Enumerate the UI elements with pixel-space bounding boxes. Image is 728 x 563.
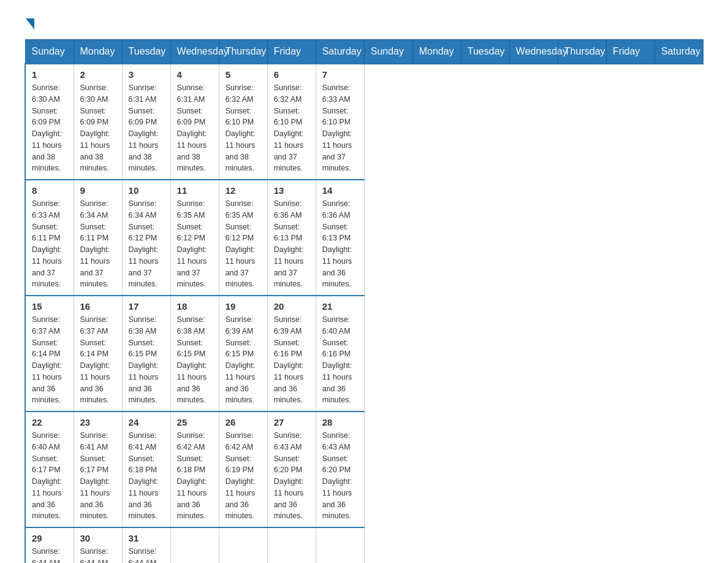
day-number: 17: [129, 301, 164, 312]
calendar-cell: 26 Sunrise: 6:42 AM Sunset: 6:19 PM Dayl…: [219, 412, 267, 527]
day-number: 23: [80, 417, 116, 427]
day-number: 18: [177, 301, 213, 312]
day-info: Sunrise: 6:36 AM Sunset: 6:13 PM Dayligh…: [274, 198, 309, 290]
calendar-cell: 15 Sunrise: 6:37 AM Sunset: 6:14 PM Dayl…: [25, 296, 74, 412]
day-info: Sunrise: 6:40 AM Sunset: 6:17 PM Dayligh…: [32, 430, 67, 522]
day-info: Sunrise: 6:44 AM Sunset: 6:21 PM Dayligh…: [80, 546, 116, 563]
day-number: 20: [274, 301, 309, 312]
calendar-cell: 6 Sunrise: 6:32 AM Sunset: 6:10 PM Dayli…: [267, 64, 316, 180]
logo-arrow-icon: [26, 18, 34, 29]
calendar-cell: 4 Sunrise: 6:31 AM Sunset: 6:09 PM Dayli…: [170, 64, 219, 180]
day-info: Sunrise: 6:39 AM Sunset: 6:16 PM Dayligh…: [274, 314, 309, 406]
header-friday: Friday: [606, 40, 654, 64]
calendar-cell: 1 Sunrise: 6:30 AM Sunset: 6:09 PM Dayli…: [25, 64, 74, 180]
day-info: Sunrise: 6:43 AM Sunset: 6:20 PM Dayligh…: [274, 430, 309, 522]
header-monday: Monday: [412, 40, 461, 64]
day-number: 1: [32, 69, 67, 80]
header-monday: Monday: [74, 40, 122, 64]
calendar-week-row: 1 Sunrise: 6:30 AM Sunset: 6:09 PM Dayli…: [25, 64, 703, 180]
calendar-table: SundayMondayTuesdayWednesdayThursdayFrid…: [25, 39, 703, 563]
day-number: 27: [274, 417, 309, 427]
day-info: Sunrise: 6:35 AM Sunset: 6:12 PM Dayligh…: [177, 198, 213, 290]
day-number: 31: [129, 533, 164, 543]
day-info: Sunrise: 6:41 AM Sunset: 6:17 PM Dayligh…: [80, 430, 116, 522]
page-header: [25, 18, 703, 27]
calendar-cell: 19 Sunrise: 6:39 AM Sunset: 6:15 PM Dayl…: [219, 296, 267, 412]
header-friday: Friday: [267, 40, 316, 64]
day-number: 24: [129, 417, 164, 427]
calendar-cell: 8 Sunrise: 6:33 AM Sunset: 6:11 PM Dayli…: [25, 180, 74, 296]
day-number: 21: [322, 301, 358, 312]
day-number: 6: [274, 69, 309, 80]
calendar-cell: 22 Sunrise: 6:40 AM Sunset: 6:17 PM Dayl…: [25, 412, 74, 527]
day-info: Sunrise: 6:31 AM Sunset: 6:09 PM Dayligh…: [177, 82, 213, 174]
day-info: Sunrise: 6:30 AM Sunset: 6:09 PM Dayligh…: [80, 82, 116, 174]
calendar-cell: 29 Sunrise: 6:44 AM Sunset: 6:21 PM Dayl…: [25, 527, 74, 563]
day-info: Sunrise: 6:42 AM Sunset: 6:19 PM Dayligh…: [226, 430, 261, 522]
day-number: 11: [177, 185, 213, 196]
day-number: 15: [32, 301, 67, 312]
header-wednesday: Wednesday: [170, 40, 219, 64]
day-info: Sunrise: 6:33 AM Sunset: 6:10 PM Dayligh…: [322, 82, 358, 174]
day-number: 25: [177, 417, 213, 427]
calendar-week-row: 15 Sunrise: 6:37 AM Sunset: 6:14 PM Dayl…: [25, 296, 703, 412]
calendar-cell: [316, 527, 364, 563]
header-saturday: Saturday: [316, 40, 364, 64]
calendar-cell: 25 Sunrise: 6:42 AM Sunset: 6:18 PM Dayl…: [170, 412, 219, 527]
day-info: Sunrise: 6:31 AM Sunset: 6:09 PM Dayligh…: [129, 82, 164, 174]
calendar-cell: 17 Sunrise: 6:38 AM Sunset: 6:15 PM Dayl…: [122, 296, 170, 412]
day-info: Sunrise: 6:37 AM Sunset: 6:14 PM Dayligh…: [80, 314, 116, 406]
calendar-cell: 31 Sunrise: 6:44 AM Sunset: 6:22 PM Dayl…: [122, 527, 170, 563]
day-info: Sunrise: 6:32 AM Sunset: 6:10 PM Dayligh…: [274, 82, 309, 174]
day-info: Sunrise: 6:30 AM Sunset: 6:09 PM Dayligh…: [32, 82, 67, 174]
header-thursday: Thursday: [558, 40, 606, 64]
day-info: Sunrise: 6:33 AM Sunset: 6:11 PM Dayligh…: [32, 198, 67, 290]
calendar-cell: 27 Sunrise: 6:43 AM Sunset: 6:20 PM Dayl…: [267, 412, 316, 527]
day-number: 2: [80, 69, 116, 80]
day-info: Sunrise: 6:43 AM Sunset: 6:20 PM Dayligh…: [322, 430, 358, 522]
calendar-week-row: 29 Sunrise: 6:44 AM Sunset: 6:21 PM Dayl…: [25, 527, 703, 563]
day-info: Sunrise: 6:38 AM Sunset: 6:15 PM Dayligh…: [129, 314, 164, 406]
calendar-cell: [219, 527, 267, 563]
calendar-cell: 16 Sunrise: 6:37 AM Sunset: 6:14 PM Dayl…: [74, 296, 122, 412]
day-info: Sunrise: 6:34 AM Sunset: 6:11 PM Dayligh…: [80, 198, 116, 290]
day-number: 5: [226, 69, 261, 80]
day-info: Sunrise: 6:32 AM Sunset: 6:10 PM Dayligh…: [226, 82, 261, 174]
calendar-cell: 5 Sunrise: 6:32 AM Sunset: 6:10 PM Dayli…: [219, 64, 267, 180]
day-number: 14: [322, 185, 358, 196]
calendar-cell: 2 Sunrise: 6:30 AM Sunset: 6:09 PM Dayli…: [74, 64, 122, 180]
calendar-week-row: 22 Sunrise: 6:40 AM Sunset: 6:17 PM Dayl…: [25, 412, 703, 527]
calendar-cell: 21 Sunrise: 6:40 AM Sunset: 6:16 PM Dayl…: [316, 296, 364, 412]
day-number: 19: [226, 301, 261, 312]
header-tuesday: Tuesday: [122, 40, 170, 64]
calendar-cell: 24 Sunrise: 6:41 AM Sunset: 6:18 PM Dayl…: [122, 412, 170, 527]
calendar-cell: 7 Sunrise: 6:33 AM Sunset: 6:10 PM Dayli…: [316, 64, 364, 180]
calendar-cell: 12 Sunrise: 6:35 AM Sunset: 6:12 PM Dayl…: [219, 180, 267, 296]
day-number: 10: [129, 185, 164, 196]
day-info: Sunrise: 6:37 AM Sunset: 6:14 PM Dayligh…: [32, 314, 67, 406]
calendar-cell: 3 Sunrise: 6:31 AM Sunset: 6:09 PM Dayli…: [122, 64, 170, 180]
header-sunday: Sunday: [25, 40, 74, 64]
header-sunday: Sunday: [364, 40, 412, 64]
day-number: 28: [322, 417, 358, 427]
day-number: 13: [274, 185, 309, 196]
calendar-cell: [170, 527, 219, 563]
day-number: 7: [322, 69, 358, 80]
day-info: Sunrise: 6:34 AM Sunset: 6:12 PM Dayligh…: [129, 198, 164, 290]
calendar-cell: 10 Sunrise: 6:34 AM Sunset: 6:12 PM Dayl…: [122, 180, 170, 296]
calendar-cell: 28 Sunrise: 6:43 AM Sunset: 6:20 PM Dayl…: [316, 412, 364, 527]
day-info: Sunrise: 6:42 AM Sunset: 6:18 PM Dayligh…: [177, 430, 213, 522]
day-number: 4: [177, 69, 213, 80]
day-info: Sunrise: 6:35 AM Sunset: 6:12 PM Dayligh…: [226, 198, 261, 290]
day-number: 30: [80, 533, 116, 543]
calendar-cell: [267, 527, 316, 563]
day-number: 16: [80, 301, 116, 312]
day-info: Sunrise: 6:40 AM Sunset: 6:16 PM Dayligh…: [322, 314, 358, 406]
day-info: Sunrise: 6:44 AM Sunset: 6:22 PM Dayligh…: [129, 546, 164, 563]
header-thursday: Thursday: [219, 40, 267, 64]
calendar-cell: 30 Sunrise: 6:44 AM Sunset: 6:21 PM Dayl…: [74, 527, 122, 563]
calendar-header-row: SundayMondayTuesdayWednesdayThursdayFrid…: [25, 40, 703, 64]
calendar-cell: 11 Sunrise: 6:35 AM Sunset: 6:12 PM Dayl…: [170, 180, 219, 296]
day-number: 3: [129, 69, 164, 80]
day-number: 12: [226, 185, 261, 196]
